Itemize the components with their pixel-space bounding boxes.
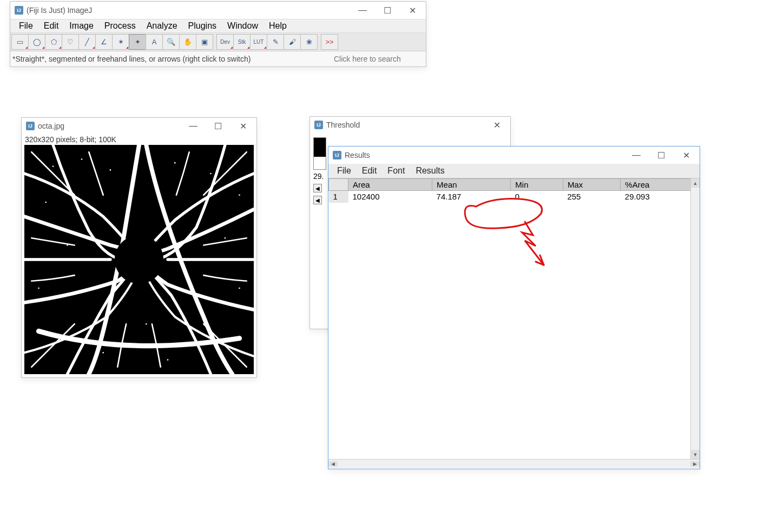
svg-point-4 — [174, 162, 176, 164]
maximize-button[interactable]: ☐ — [649, 147, 674, 163]
point-tool[interactable]: ✶ — [112, 34, 129, 50]
svg-point-18 — [146, 323, 147, 325]
lut-tool[interactable]: LUT — [250, 34, 267, 50]
menu-edit[interactable]: Edit — [38, 20, 64, 32]
close-button[interactable]: ✕ — [400, 2, 425, 18]
close-button[interactable]: ✕ — [230, 118, 255, 134]
scroll-right-icon[interactable]: ▶ — [690, 461, 700, 467]
svg-point-17 — [131, 187, 133, 189]
brush-tool[interactable]: 🖌 — [284, 34, 301, 50]
image-canvas[interactable] — [24, 145, 254, 374]
threshold-slider-left[interactable]: ◀ — [313, 184, 322, 192]
menu-process[interactable]: Process — [99, 20, 141, 32]
minimize-button[interactable]: — — [181, 118, 206, 134]
minimize-button[interactable]: — — [350, 2, 375, 18]
fiji-app-icon: IJ — [26, 122, 35, 130]
svg-point-8 — [67, 244, 68, 246]
threshold-titlebar[interactable]: IJ Threshold ✕ — [310, 117, 510, 133]
fiji-menubar: FileEditImageProcessAnalyzePluginsWindow… — [10, 19, 426, 33]
scroll-left-icon[interactable]: ◀ — [328, 461, 338, 467]
more-tools-button[interactable]: >> — [321, 34, 338, 50]
oval-tool[interactable]: ◯ — [28, 34, 45, 50]
fiji-titlebar[interactable]: IJ (Fiji Is Just) ImageJ — ☐ ✕ — [10, 2, 426, 19]
fiji-toolbar: ▭◯⬠♡╱∠✶✦A🔍✋▣DevStkLUT✎🖌❀>> — [10, 33, 426, 51]
menu-image[interactable]: Image — [64, 20, 98, 32]
svg-point-11 — [239, 288, 240, 289]
svg-point-3 — [110, 169, 111, 171]
cell-idx: 1 — [329, 191, 348, 203]
fiji-main-window: IJ (Fiji Is Just) ImageJ — ☐ ✕ FileEditI… — [10, 1, 426, 67]
results-header-pctarea[interactable]: %Area — [621, 179, 700, 191]
cell-max: 255 — [563, 191, 620, 203]
table-row[interactable]: 110240074.187025529.093 — [329, 191, 700, 203]
maximize-button[interactable]: ☐ — [206, 118, 230, 134]
line-tool[interactable]: ╱ — [78, 34, 96, 50]
fiji-app-icon: IJ — [15, 6, 23, 15]
svg-point-19 — [115, 235, 163, 284]
results-menu-results[interactable]: Results — [410, 165, 450, 177]
results-header-area[interactable]: Area — [348, 179, 432, 191]
menu-file[interactable]: File — [14, 20, 38, 32]
text-tool[interactable]: A — [146, 34, 163, 50]
results-header-idx[interactable] — [329, 179, 348, 191]
svg-point-1 — [52, 165, 54, 167]
image-title: octa.jpg — [38, 122, 181, 130]
svg-point-12 — [203, 209, 205, 210]
results-header-mean[interactable]: Mean — [432, 179, 511, 191]
polygon-tool[interactable]: ⬠ — [45, 34, 62, 50]
wand-tool[interactable]: ✦ — [129, 34, 146, 50]
fiji-statusbar: *Straight*, segmented or freehand lines,… — [10, 51, 426, 66]
menu-analyze[interactable]: Analyze — [141, 20, 183, 32]
maximize-button[interactable]: ☐ — [375, 2, 400, 18]
results-window: IJ Results — ☐ ✕ FileEditFontResults Are… — [328, 146, 700, 469]
results-menu-edit[interactable]: Edit — [357, 165, 383, 177]
results-titlebar[interactable]: IJ Results — ☐ ✕ — [328, 147, 700, 164]
horizontal-scrollbar[interactable]: ◀ ▶ — [328, 459, 700, 468]
search-input[interactable] — [333, 54, 424, 64]
svg-point-5 — [210, 173, 212, 175]
image-window: IJ octa.jpg — ☐ ✕ 320x320 pixels; 8-bit;… — [21, 117, 257, 378]
scroll-up-icon[interactable]: ▲ — [691, 178, 700, 188]
svg-point-10 — [225, 237, 226, 239]
svg-point-6 — [239, 194, 240, 196]
menu-plugins[interactable]: Plugins — [183, 20, 222, 32]
spray-tool[interactable]: ❀ — [300, 34, 318, 50]
dev-tool[interactable]: Dev — [216, 34, 234, 50]
results-header-min[interactable]: Min — [511, 179, 563, 191]
cell-mean: 74.187 — [432, 191, 511, 203]
close-button[interactable]: ✕ — [484, 117, 509, 133]
svg-point-9 — [38, 288, 39, 289]
results-menu-file[interactable]: File — [332, 165, 357, 177]
results-menu-font[interactable]: Font — [382, 165, 410, 177]
svg-point-13 — [60, 337, 61, 339]
magnify-tool[interactable]: 🔍 — [162, 34, 180, 50]
minimize-button[interactable]: — — [624, 147, 649, 163]
scroll-down-icon[interactable]: ▼ — [691, 450, 700, 459]
menu-window[interactable]: Window — [222, 20, 263, 32]
results-table: AreaMeanMinMax%Area 110240074.187025529.… — [328, 178, 700, 203]
hand-tool[interactable]: ✋ — [179, 34, 196, 50]
svg-point-15 — [167, 359, 169, 361]
image-titlebar[interactable]: IJ octa.jpg — ☐ ✕ — [22, 118, 256, 134]
results-header-max[interactable]: Max — [563, 179, 620, 191]
svg-point-7 — [45, 202, 47, 203]
pencil-tool[interactable]: ✎ — [267, 34, 284, 50]
stk-tool[interactable]: Stk — [233, 34, 251, 50]
threshold-histogram — [313, 137, 326, 170]
image-info: 320x320 pixels; 8-bit; 100K — [22, 134, 256, 145]
svg-point-16 — [217, 345, 219, 347]
menu-help[interactable]: Help — [263, 20, 292, 32]
angle-tool[interactable]: ∠ — [95, 34, 113, 50]
cell-area: 102400 — [348, 191, 432, 203]
fiji-app-icon: IJ — [333, 151, 341, 159]
fiji-app-icon: IJ — [314, 121, 323, 129]
rectangle-tool[interactable]: ▭ — [11, 34, 29, 50]
results-menubar: FileEditFontResults — [328, 164, 700, 178]
cell-min: 0 — [511, 191, 563, 203]
vertical-scrollbar[interactable]: ▲ ▼ — [690, 178, 700, 459]
color-picker-tool[interactable]: ▣ — [196, 34, 213, 50]
close-button[interactable]: ✕ — [674, 147, 699, 163]
freehand-tool[interactable]: ♡ — [62, 34, 79, 50]
svg-point-14 — [102, 352, 104, 354]
threshold-slider-left-2[interactable]: ◀ — [313, 196, 322, 204]
